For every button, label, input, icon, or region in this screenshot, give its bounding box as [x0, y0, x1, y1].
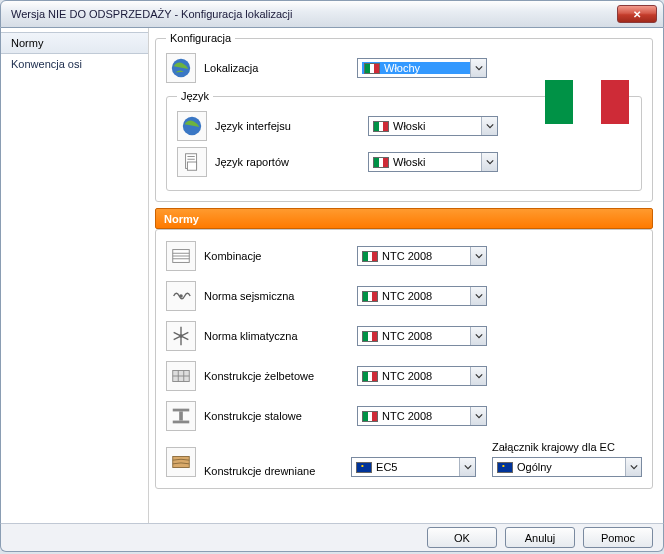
close-button[interactable]: ✕ — [617, 5, 657, 23]
seismic-combo[interactable]: NTC 2008 — [357, 286, 487, 306]
steel-icon — [166, 401, 196, 431]
flag-italy-icon — [362, 291, 378, 302]
chevron-down-icon — [470, 247, 486, 265]
document-icon — [177, 147, 207, 177]
ui-language-combo[interactable]: Włoski — [368, 116, 498, 136]
dialog-button-row: OK Anuluj Pomoc — [0, 523, 664, 552]
svg-rect-3 — [187, 162, 196, 170]
flag-eu-icon — [356, 462, 372, 473]
cancel-button[interactable]: Anuluj — [505, 527, 575, 548]
report-language-combo[interactable]: Włoski — [368, 152, 498, 172]
combinations-icon — [166, 241, 196, 271]
localization-combo[interactable]: Włochy — [357, 58, 487, 78]
steel-label: Konstrukcje stalowe — [204, 410, 349, 422]
concrete-value: NTC 2008 — [382, 370, 470, 382]
sidebar-item-konwencja-osi[interactable]: Konwencja osi — [1, 54, 148, 74]
report-language-value: Włoski — [393, 156, 481, 168]
titlebar: Wersja NIE DO ODSPRZEDAŻY - Konfiguracja… — [0, 0, 664, 28]
combinations-value: NTC 2008 — [382, 250, 470, 262]
climate-value: NTC 2008 — [382, 330, 470, 342]
flag-italy-icon — [373, 121, 389, 132]
svg-point-10 — [179, 294, 183, 298]
seismic-value: NTC 2008 — [382, 290, 470, 302]
sidebar-item-label: Normy — [11, 37, 43, 49]
concrete-label: Konstrukcje żelbetowe — [204, 370, 349, 382]
globe-icon — [166, 53, 196, 83]
climate-label: Norma klimatyczna — [204, 330, 349, 342]
steel-value: NTC 2008 — [382, 410, 470, 422]
ec-annex-combo[interactable]: Ogólny — [492, 457, 642, 477]
flag-italy-icon — [362, 371, 378, 382]
chevron-down-icon — [470, 327, 486, 345]
localization-value: Włochy — [384, 62, 468, 74]
localization-label: Lokalizacja — [204, 62, 349, 74]
ok-button[interactable]: OK — [427, 527, 497, 548]
close-icon: ✕ — [633, 9, 641, 20]
timber-value: EC5 — [376, 461, 459, 473]
chevron-down-icon — [481, 117, 497, 135]
svg-rect-18 — [179, 411, 183, 420]
timber-label: Konstrukcje drewniane — [204, 465, 343, 477]
norms-body: Kombinacje NTC 2008 Norma sejsmiczna NTC — [155, 229, 653, 489]
climate-combo[interactable]: NTC 2008 — [357, 326, 487, 346]
flag-eu-icon — [497, 462, 513, 473]
svg-rect-16 — [173, 409, 190, 412]
language-legend: Język — [177, 90, 213, 102]
ui-language-label: Język interfejsu — [215, 120, 360, 132]
config-legend: Konfiguracja — [166, 32, 235, 44]
ec-annex-value: Ogólny — [517, 461, 625, 473]
ec-annex-label: Załącznik krajowy dla EC — [492, 441, 642, 453]
report-language-label: Język raportów — [215, 156, 360, 168]
timber-combo[interactable]: EC5 — [351, 457, 476, 477]
help-button[interactable]: Pomoc — [583, 527, 653, 548]
svg-rect-17 — [173, 421, 190, 424]
concrete-combo[interactable]: NTC 2008 — [357, 366, 487, 386]
flag-italy-icon — [362, 251, 378, 262]
flag-italy-icon — [364, 63, 380, 74]
combinations-combo[interactable]: NTC 2008 — [357, 246, 487, 266]
concrete-icon — [166, 361, 196, 391]
chevron-down-icon — [481, 153, 497, 171]
svg-point-11 — [179, 334, 183, 338]
country-flag-large — [545, 80, 629, 124]
combinations-label: Kombinacje — [204, 250, 349, 262]
sidebar: Normy Konwencja osi — [1, 28, 149, 523]
flag-italy-icon — [362, 411, 378, 422]
sidebar-item-normy[interactable]: Normy — [1, 32, 148, 54]
chevron-down-icon — [625, 458, 641, 476]
seismic-icon — [166, 281, 196, 311]
globe-icon — [177, 111, 207, 141]
climate-icon — [166, 321, 196, 351]
chevron-down-icon — [459, 458, 475, 476]
flag-italy-icon — [373, 157, 389, 168]
timber-icon — [166, 447, 196, 477]
norms-header: Normy — [155, 208, 653, 229]
flag-italy-icon — [362, 331, 378, 342]
seismic-label: Norma sejsmiczna — [204, 290, 349, 302]
chevron-down-icon — [470, 59, 486, 77]
sidebar-item-label: Konwencja osi — [11, 58, 82, 70]
steel-combo[interactable]: NTC 2008 — [357, 406, 487, 426]
chevron-down-icon — [470, 367, 486, 385]
chevron-down-icon — [470, 407, 486, 425]
window-title: Wersja NIE DO ODSPRZEDAŻY - Konfiguracja… — [11, 8, 292, 20]
chevron-down-icon — [470, 287, 486, 305]
ui-language-value: Włoski — [393, 120, 481, 132]
svg-rect-19 — [173, 457, 190, 468]
